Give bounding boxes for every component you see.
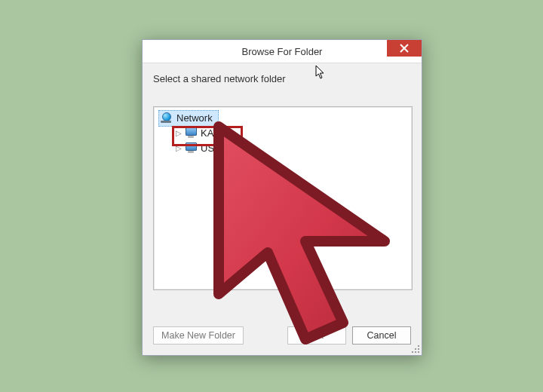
computer-icon (184, 127, 198, 139)
close-button[interactable] (387, 40, 422, 57)
network-icon (160, 112, 173, 124)
tree-item-label: KATE (201, 127, 225, 139)
tree-item-label: USER-PC (201, 142, 245, 154)
chevron-right-icon[interactable]: ▷ (175, 144, 183, 152)
resize-grip[interactable] (410, 343, 420, 354)
cancel-button[interactable]: Cancel (352, 326, 411, 345)
folder-tree[interactable]: Network ▷ KATE ▷ USER-PC (153, 106, 413, 290)
browse-for-folder-dialog: Browse For Folder Select a shared networ… (142, 39, 422, 356)
computer-icon (184, 142, 198, 154)
ok-button[interactable]: OK (287, 326, 346, 345)
titlebar[interactable]: Browse For Folder (143, 40, 422, 63)
tree-item-user-pc[interactable]: ▷ USER-PC (154, 140, 412, 155)
tree-item-kate[interactable]: ▷ KATE (154, 125, 412, 140)
dialog-button-row: Make New Folder OK Cancel (153, 326, 411, 345)
tree-item-label: Network (176, 112, 213, 124)
instruction-text: Select a shared network folder (153, 73, 286, 84)
tree-item-network[interactable]: Network (154, 110, 412, 125)
stage-background: Browse For Folder Select a shared networ… (0, 0, 543, 392)
close-icon (400, 44, 409, 53)
chevron-right-icon[interactable]: ▷ (175, 129, 183, 137)
dialog-title: Browse For Folder (242, 46, 323, 57)
make-new-folder-button[interactable]: Make New Folder (153, 326, 244, 345)
